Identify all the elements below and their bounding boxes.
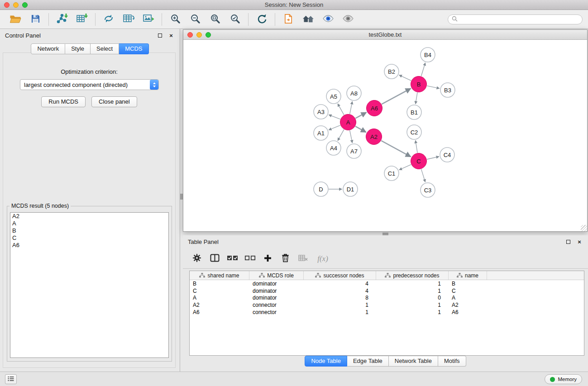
edge-A-to-A2[interactable]	[355, 126, 366, 132]
close-panel-button[interactable]: Close panel	[91, 96, 137, 107]
open-session-button[interactable]	[5, 11, 25, 28]
edge-C-to-C1[interactable]	[399, 165, 411, 170]
tab-motifs[interactable]: Motifs	[438, 356, 466, 367]
new-table-button[interactable]	[119, 11, 139, 28]
table-settings-button[interactable]	[190, 252, 204, 266]
search-box[interactable]	[448, 14, 583, 24]
edge-B-to-B2[interactable]	[399, 75, 411, 81]
delete-table-button[interactable]	[296, 252, 310, 266]
deselect-all-button[interactable]	[243, 252, 257, 266]
result-item[interactable]: A	[10, 220, 168, 227]
network-minimize-button[interactable]	[196, 32, 202, 38]
fullscreen-window-button[interactable]	[22, 2, 28, 8]
zoom-fit-button[interactable]	[205, 11, 225, 28]
edge-A-to-A5[interactable]	[338, 104, 344, 115]
zoom-out-button[interactable]	[185, 11, 205, 28]
network-node-C2[interactable]: C2	[407, 125, 421, 139]
table-row[interactable]: Adominator80A	[190, 295, 584, 302]
table-row[interactable]: Cdominator41C	[190, 287, 584, 295]
network-node-A2[interactable]: A2	[366, 129, 382, 145]
network-node-B3[interactable]: B3	[440, 83, 455, 97]
column-header-MCDS-role[interactable]: MCDS role	[249, 271, 304, 280]
result-item[interactable]: A2	[10, 213, 168, 220]
network-zoom-button[interactable]	[206, 32, 211, 38]
mcds-result-list[interactable]: A2ABCA6	[10, 212, 169, 358]
column-header-successor-nodes[interactable]: successor nodes	[304, 271, 376, 280]
save-session-button[interactable]	[25, 11, 45, 28]
edge-A-to-A4[interactable]	[338, 129, 344, 141]
show-columns-button[interactable]	[208, 252, 221, 266]
network-node-A6[interactable]: A6	[367, 100, 382, 116]
edge-A-to-A8[interactable]	[350, 101, 353, 114]
column-header-shared-name[interactable]: shared name	[190, 271, 249, 280]
optimization-criterion-dropdown[interactable]: largest connected component (directed)	[20, 79, 159, 90]
float-table-panel-button[interactable]	[564, 238, 572, 245]
minimize-window-button[interactable]	[13, 2, 19, 8]
edge-A-to-A6[interactable]	[355, 112, 366, 118]
table-row[interactable]: A6connector11A6	[190, 309, 584, 316]
zoom-selected-button[interactable]	[225, 11, 245, 28]
column-header-predecessor-nodes[interactable]: predecessor nodes	[376, 271, 449, 280]
network-node-C1[interactable]: C1	[384, 166, 399, 181]
tab-select[interactable]: Select	[91, 43, 119, 54]
edge-B-to-B3[interactable]	[427, 86, 440, 89]
edge-A-to-A1[interactable]	[329, 125, 340, 130]
run-mcds-button[interactable]: Run MCDS	[41, 96, 86, 107]
network-node-B2[interactable]: B2	[384, 64, 399, 79]
first-neighbors-button[interactable]	[278, 11, 298, 28]
network-node-B1[interactable]: B1	[407, 105, 421, 119]
float-panel-button[interactable]	[156, 32, 163, 39]
delete-button[interactable]	[278, 252, 292, 266]
memory-button[interactable]: Memory	[545, 374, 582, 384]
style-eye-button[interactable]	[318, 11, 338, 28]
function-builder-button[interactable]: f(x)	[314, 252, 332, 266]
close-panel-icon-button[interactable]: ×	[167, 32, 175, 39]
show-hide-button[interactable]	[338, 11, 358, 28]
result-item[interactable]: B	[10, 227, 168, 234]
network-node-C4[interactable]: C4	[440, 148, 454, 162]
network-node-B[interactable]: B	[411, 76, 427, 92]
close-table-panel-button[interactable]: ×	[576, 238, 583, 245]
result-item[interactable]: C	[10, 234, 168, 242]
network-node-A7[interactable]: A7	[347, 144, 361, 158]
refresh-layout-button[interactable]	[252, 11, 272, 28]
network-node-A5[interactable]: A5	[326, 89, 341, 104]
network-node-C[interactable]: C	[411, 153, 427, 169]
zoom-in-button[interactable]	[165, 11, 185, 28]
edge-B-to-B1[interactable]	[416, 92, 417, 104]
edge-A-to-A7[interactable]	[350, 130, 353, 143]
result-item[interactable]: A6	[10, 242, 168, 249]
network-node-A1[interactable]: A1	[314, 126, 328, 140]
resize-grip[interactable]	[581, 225, 587, 231]
tab-network-table[interactable]: Network Table	[389, 356, 438, 367]
import-table-file-button[interactable]	[72, 11, 92, 28]
add-button[interactable]	[261, 252, 274, 266]
edge-B-to-B4[interactable]	[421, 63, 425, 76]
import-network-file-button[interactable]	[52, 11, 72, 28]
network-node-D1[interactable]: D1	[343, 182, 358, 196]
network-node-A3[interactable]: A3	[314, 105, 328, 119]
network-node-D[interactable]: D	[314, 182, 328, 196]
close-window-button[interactable]	[4, 2, 10, 8]
tab-network[interactable]: Network	[31, 43, 65, 54]
edge-C-to-C3[interactable]	[421, 169, 425, 182]
export-image-button[interactable]	[139, 11, 158, 28]
network-window-titlebar[interactable]: testGlobe.txt	[183, 30, 587, 40]
search-input[interactable]	[460, 16, 578, 23]
edge-A6-to-B[interactable]	[382, 89, 411, 105]
network-node-B4[interactable]: B4	[421, 48, 435, 62]
edge-A-to-A3[interactable]	[329, 115, 340, 119]
network-node-A[interactable]: A	[340, 114, 356, 130]
task-history-button[interactable]	[5, 374, 17, 384]
tab-style[interactable]: Style	[65, 43, 91, 54]
edge-C-to-C4[interactable]	[427, 157, 439, 159]
table-row[interactable]: Bdominator41B	[190, 280, 584, 287]
home-button[interactable]	[298, 11, 318, 28]
network-node-C3[interactable]: C3	[421, 183, 435, 197]
tab-mcds[interactable]: MCDS	[119, 43, 148, 54]
tab-node-table[interactable]: Node Table	[305, 356, 347, 367]
edge-C-to-C2[interactable]	[416, 140, 417, 152]
tab-edge-table[interactable]: Edge Table	[347, 356, 389, 367]
select-all-button[interactable]	[225, 252, 239, 266]
network-close-button[interactable]	[187, 32, 193, 38]
